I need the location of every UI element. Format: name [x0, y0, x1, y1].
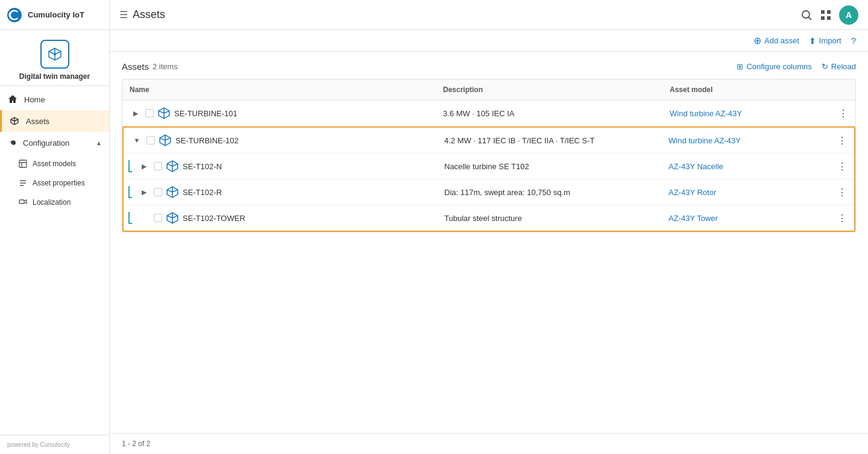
model-link-t102-tower[interactable]: AZ-43Y Tower [668, 214, 718, 223]
help-icon[interactable]: ? [851, 36, 856, 46]
chevron-up-icon: ▲ [96, 140, 102, 146]
selected-group: ▼ SE-TURBINE-102 4.2 MW · 117 IEC IB · T… [122, 126, 855, 232]
actions-cell-t102-tower: ⋮ [830, 207, 854, 230]
asset-cube-icon-2 [159, 134, 172, 147]
svg-rect-7 [827, 16, 831, 20]
asset-name-turbine-102: SE-TURBINE-102 [175, 136, 239, 145]
sidebar-item-assets-label: Assets [26, 117, 49, 126]
sidebar-item-localization[interactable]: Localization [0, 193, 109, 212]
model-link-turbine-102[interactable]: Wind turbine AZ-43Y [668, 136, 741, 145]
sidebar-item-configuration[interactable]: Configuration ▲ [0, 132, 109, 154]
desc-cell-t102-n: Nacelle turbine SE T102 [437, 156, 661, 177]
sidebar: Cumulocity IoT Digital twin manager Home… [0, 0, 110, 454]
desc-cell-turbine-101: 3.6 MW · 105 IEC IA [436, 103, 662, 124]
reload-icon: ↻ [822, 62, 828, 71]
main-content: ☰ Assets A ⊕ Add asset ⬆ Import ? [110, 0, 868, 454]
digital-twin-section: Digital twin manager [0, 30, 109, 86]
model-link-t102-n[interactable]: AZ-43Y Nacelle [668, 162, 723, 171]
sidebar-item-asset-models[interactable]: Asset models [0, 154, 109, 173]
module-icon-container [40, 40, 69, 69]
sidebar-header: Cumulocity IoT [0, 0, 109, 30]
checkbox-t102-n[interactable] [154, 162, 162, 170]
checkbox-turbine-101[interactable] [145, 109, 154, 117]
row-menu-t102-tower[interactable]: ⋮ [837, 213, 847, 224]
name-cell-t102-r: ▶ SE-T102-R [124, 179, 437, 205]
user-avatar[interactable]: A [839, 5, 858, 25]
cumulocity-logo [6, 7, 23, 23]
svg-point-3 [802, 11, 810, 18]
configuration-subnav: Asset models Asset properties Localizati… [0, 154, 109, 212]
connector-t102-n [128, 160, 132, 172]
module-title: Digital twin manager [19, 72, 90, 81]
expand-icon-turbine-101[interactable]: ▶ [130, 107, 142, 119]
expand-icon-t102-n[interactable]: ▶ [138, 160, 150, 172]
asset-cube-icon-5 [166, 211, 179, 225]
content-toolbar: Assets 2 items ⊞ Configure columns ↻ Rel… [122, 61, 856, 72]
row-menu-t102-n[interactable]: ⋮ [837, 161, 847, 172]
sidebar-nav: Home Assets Configuration ▲ Asset models [0, 86, 109, 435]
asset-cube-icon [157, 107, 171, 120]
toolbar-right: ⊞ Configure columns ↻ Reload [737, 62, 856, 71]
sidebar-item-asset-properties[interactable]: Asset properties [0, 173, 109, 193]
reload-button[interactable]: ↻ Reload [822, 62, 856, 71]
configure-columns-button[interactable]: ⊞ Configure columns [737, 62, 811, 71]
sidebar-item-home-label: Home [24, 95, 45, 104]
col-name: Name [122, 79, 436, 100]
sidebar-item-assets[interactable]: Assets [0, 110, 109, 132]
actions-cell-t102-n: ⋮ [830, 155, 854, 178]
sidebar-item-asset-models-label: Asset models [33, 160, 76, 168]
sidebar-item-home[interactable]: Home [0, 89, 109, 110]
topbar: ☰ Assets A [110, 0, 868, 30]
col-actions [831, 79, 855, 100]
table-row: ▼ SE-TURBINE-102 4.2 MW · 117 IEC IB · T… [124, 128, 854, 154]
desc-cell-t102-tower: Tubular steel structure [437, 208, 661, 229]
svg-rect-4 [821, 10, 825, 14]
search-icon[interactable] [800, 9, 813, 21]
svg-rect-1 [19, 160, 27, 167]
pagination: 1 - 2 of 2 [110, 433, 868, 454]
checkbox-turbine-102[interactable] [146, 136, 155, 145]
row-menu-turbine-101[interactable]: ⋮ [838, 108, 848, 119]
actions-cell-turbine-102: ⋮ [830, 129, 854, 152]
import-icon: ⬆ [809, 36, 816, 46]
asset-cube-icon-3 [166, 160, 179, 173]
col-asset-model: Asset model [662, 79, 831, 100]
add-asset-button[interactable]: ⊕ Add asset [753, 35, 799, 46]
row-menu-turbine-102[interactable]: ⋮ [837, 135, 847, 146]
asset-name-t102-n: SE-T102-N [183, 162, 222, 171]
assets-icon [9, 116, 20, 126]
col-description: Description [436, 79, 662, 100]
content-area: Assets 2 items ⊞ Configure columns ↻ Rel… [110, 52, 868, 433]
sidebar-footer: powered by Cumulocity [0, 435, 109, 454]
expand-icon-t102-r[interactable]: ▶ [138, 186, 150, 198]
sidebar-item-localization-label: Localization [33, 198, 71, 207]
sidebar-item-asset-properties-label: Asset properties [33, 179, 85, 187]
assets-table: Name Description Asset model ▶ SE- [122, 79, 856, 232]
assets-section-title: Assets [122, 61, 149, 72]
name-cell-turbine-101: ▶ SE-TURBINE-101 [122, 101, 436, 126]
table-header: Name Description Asset model [122, 79, 855, 101]
svg-rect-2 [19, 200, 24, 204]
table-row: SE-T102-TOWER Tubular steel structure AZ… [124, 205, 854, 231]
model-link-t102-r[interactable]: AZ-43Y Rotor [668, 188, 716, 197]
checkbox-t102-r[interactable] [154, 188, 162, 196]
svg-point-0 [54, 53, 56, 55]
grid-icon[interactable] [820, 9, 832, 21]
model-cell-t102-n: AZ-43Y Nacelle [661, 156, 830, 177]
asset-name-t102-r: SE-T102-R [183, 188, 222, 197]
import-button[interactable]: ⬆ Import [809, 36, 841, 46]
plus-circle-icon: ⊕ [753, 35, 761, 46]
sub-topbar: ⊕ Add asset ⬆ Import ? [110, 30, 868, 52]
toolbar-left: Assets 2 items [122, 61, 178, 72]
asset-properties-icon [18, 178, 28, 188]
home-icon [7, 94, 18, 105]
actions-cell-t102-r: ⋮ [830, 181, 854, 204]
table-row: ▶ SE-TURBINE-101 3.6 MW · 105 IEC IA Win… [122, 101, 855, 126]
row-menu-t102-r[interactable]: ⋮ [837, 187, 847, 198]
expand-icon-turbine-102[interactable]: ▼ [131, 134, 143, 146]
model-link-turbine-101[interactable]: Wind turbine AZ-43Y [670, 109, 742, 118]
checkbox-t102-tower[interactable] [154, 214, 162, 222]
page-title: Assets [133, 8, 165, 21]
brand-name: Cumulocity IoT [28, 10, 84, 19]
asset-models-icon [18, 159, 28, 169]
